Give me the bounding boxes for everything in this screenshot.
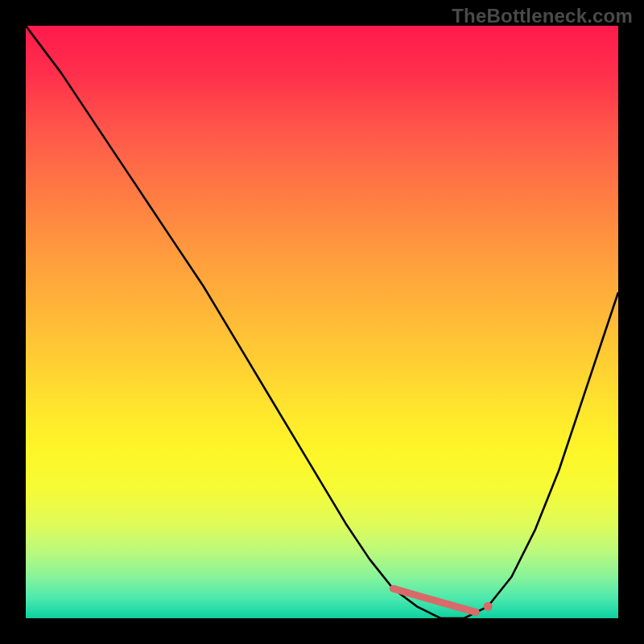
optimal-range-marker — [393, 588, 476, 612]
watermark-text: TheBottleneck.com — [452, 5, 633, 27]
chart-plot-area — [26, 26, 618, 618]
bottleneck-curve-line — [26, 26, 618, 618]
optimal-point-marker — [484, 602, 493, 611]
chart-svg — [26, 26, 618, 618]
